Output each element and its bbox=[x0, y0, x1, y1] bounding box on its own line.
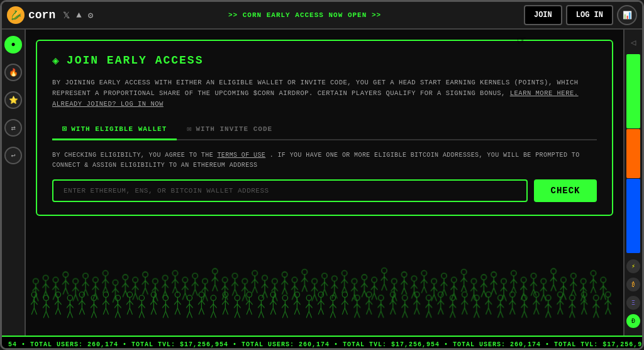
svg-point-270 bbox=[481, 274, 486, 279]
svg-line-609 bbox=[548, 304, 552, 308]
tab-invite[interactable]: ✉ WITH INVITE CODE bbox=[177, 119, 282, 140]
svg-line-333 bbox=[584, 287, 587, 291]
svg-line-392 bbox=[114, 304, 118, 308]
svg-line-470 bbox=[270, 300, 273, 304]
svg-line-26 bbox=[72, 287, 75, 291]
svg-point-468 bbox=[271, 292, 276, 297]
logo: 🌽 corn bbox=[7, 6, 55, 24]
svg-line-531 bbox=[393, 300, 396, 304]
svg-line-383 bbox=[94, 311, 97, 318]
svg-line-639 bbox=[608, 300, 611, 304]
svg-point-60 bbox=[133, 277, 138, 282]
svg-line-124 bbox=[232, 289, 235, 296]
svg-line-441 bbox=[214, 304, 217, 308]
svg-line-550 bbox=[426, 311, 429, 318]
collapse-arrow[interactable]: ◁ bbox=[631, 33, 636, 52]
svg-point-90 bbox=[182, 277, 187, 282]
svg-line-494 bbox=[318, 300, 321, 304]
svg-point-408 bbox=[152, 292, 157, 297]
logo-text: corn bbox=[28, 9, 55, 21]
svg-line-484 bbox=[295, 308, 297, 315]
svg-line-543 bbox=[417, 300, 420, 304]
sidebar-btn-fire[interactable]: 🔥 bbox=[4, 64, 22, 81]
svg-point-192 bbox=[352, 278, 357, 283]
svg-point-504 bbox=[343, 292, 348, 297]
bitcoin-icon[interactable]: ₿ bbox=[626, 278, 640, 291]
login-button[interactable]: LOG IN bbox=[566, 5, 613, 25]
join-button[interactable]: JOIN bbox=[524, 5, 562, 25]
svg-point-276 bbox=[491, 272, 496, 277]
svg-point-588 bbox=[510, 292, 515, 297]
svg-line-248 bbox=[441, 282, 444, 286]
svg-line-557 bbox=[441, 308, 443, 315]
dogecoin-icon[interactable]: Ð bbox=[626, 314, 640, 328]
check-button[interactable]: CHECK bbox=[534, 179, 597, 202]
svg-line-154 bbox=[282, 288, 284, 295]
svg-line-411 bbox=[154, 300, 157, 304]
svg-line-315 bbox=[553, 277, 557, 281]
svg-line-428 bbox=[186, 304, 189, 308]
wallet-tab-icon: ⊠ bbox=[62, 124, 67, 133]
svg-line-142 bbox=[262, 291, 265, 298]
svg-line-417 bbox=[166, 304, 169, 308]
svg-line-514 bbox=[355, 311, 357, 318]
svg-line-214 bbox=[382, 284, 384, 291]
svg-line-172 bbox=[312, 295, 314, 302]
svg-line-491 bbox=[309, 311, 312, 318]
svg-line-551 bbox=[429, 311, 431, 318]
sidebar-btn-home[interactable]: ● bbox=[4, 36, 22, 54]
svg-line-386 bbox=[103, 300, 106, 304]
svg-line-524 bbox=[377, 304, 380, 308]
svg-line-581 bbox=[489, 308, 491, 315]
svg-line-279 bbox=[494, 281, 497, 285]
svg-point-144 bbox=[272, 278, 277, 283]
tab-wallet[interactable]: ⊠ WITH ELIGIBLE WALLET bbox=[52, 119, 177, 140]
svg-line-440 bbox=[210, 304, 213, 308]
svg-line-615 bbox=[560, 300, 564, 304]
svg-point-324 bbox=[571, 273, 576, 278]
svg-line-296 bbox=[520, 286, 523, 290]
svg-line-83 bbox=[165, 291, 168, 298]
svg-line-64 bbox=[133, 293, 135, 300]
sidebar-btn-star[interactable]: ⭐ bbox=[4, 91, 22, 109]
svg-line-459 bbox=[250, 300, 253, 304]
svg-point-450 bbox=[235, 295, 240, 300]
svg-line-202 bbox=[362, 290, 364, 297]
svg-line-351 bbox=[35, 300, 38, 304]
svg-point-294 bbox=[521, 277, 526, 282]
svg-line-598 bbox=[522, 311, 525, 318]
crowd-area: // This is in SVG, just inline shapes bbox=[26, 260, 623, 336]
svg-line-566 bbox=[461, 300, 464, 304]
svg-point-630 bbox=[594, 295, 599, 300]
svg-line-141 bbox=[265, 284, 268, 288]
svg-line-614 bbox=[557, 300, 560, 304]
card-description-text: BY JOINING EARLY ACCESS WITH EITHER AN E… bbox=[52, 79, 579, 97]
ethereum-icon[interactable]: Ξ bbox=[626, 296, 640, 310]
svg-line-489 bbox=[309, 304, 313, 308]
sidebar-btn-back[interactable]: ↩ bbox=[4, 147, 22, 164]
svg-line-112 bbox=[213, 285, 215, 291]
svg-line-171 bbox=[314, 287, 318, 291]
wallet-input[interactable] bbox=[52, 179, 528, 202]
terms-link[interactable]: TERMS OF USE bbox=[217, 152, 265, 159]
svg-line-345 bbox=[603, 286, 606, 290]
sidebar-btn-exchange[interactable]: ⇄ bbox=[4, 119, 22, 137]
svg-line-39 bbox=[96, 286, 99, 290]
discord2-icon[interactable]: ⚙ bbox=[88, 10, 93, 21]
already-joined-link[interactable]: ALREADY JOINED? LOG IN NOW bbox=[52, 100, 164, 108]
svg-point-576 bbox=[486, 292, 491, 297]
twitter-icon[interactable]: 𝕏 bbox=[63, 10, 70, 21]
svg-line-621 bbox=[572, 304, 575, 308]
svg-line-603 bbox=[536, 300, 540, 304]
lightning-icon[interactable]: ⚡ bbox=[626, 259, 640, 273]
learn-more-link[interactable]: LEARN MORE HERE. bbox=[510, 89, 579, 97]
discord-icon[interactable]: ▲ bbox=[76, 10, 81, 20]
right-sidebar: ◁ ⚡ ₿ Ξ Ð bbox=[623, 30, 642, 336]
svg-line-593 bbox=[513, 308, 515, 315]
svg-line-10 bbox=[43, 291, 45, 298]
stats-button[interactable]: 📊 bbox=[617, 5, 637, 25]
svg-line-299 bbox=[524, 293, 526, 300]
svg-line-584 bbox=[497, 304, 500, 308]
svg-line-476 bbox=[282, 304, 285, 308]
svg-line-323 bbox=[564, 293, 566, 300]
